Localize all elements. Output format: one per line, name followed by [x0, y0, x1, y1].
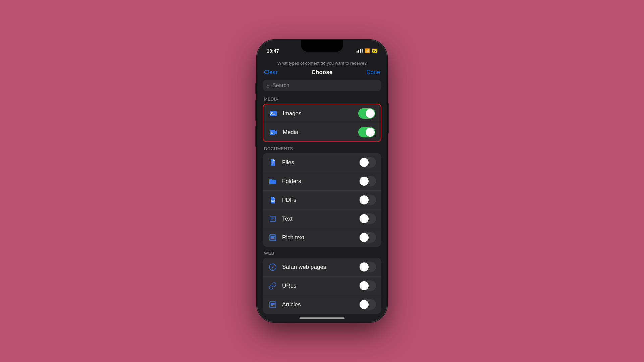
signal-icon — [357, 49, 363, 53]
pdfs-label: PDFs — [282, 197, 354, 203]
wifi-icon: 📶 — [365, 48, 370, 53]
files-icon — [268, 158, 277, 167]
articles-icon — [268, 300, 277, 309]
svg-rect-24 — [271, 305, 273, 306]
articles-toggle[interactable] — [359, 299, 376, 310]
status-bar: 13:47 📶 60 — [257, 40, 387, 57]
web-items-list: Safari web pages — [263, 258, 381, 314]
images-label: Images — [283, 110, 354, 117]
documents-items-list: Files Fold — [263, 153, 381, 247]
phone-frame: 13:47 📶 60 What types of content do you … — [257, 40, 387, 322]
files-item[interactable]: Files — [263, 153, 381, 172]
home-indicator — [300, 317, 344, 319]
richtext-item[interactable]: Rich text — [263, 228, 381, 247]
svg-text:PDF: PDF — [271, 200, 275, 202]
svg-rect-15 — [271, 236, 275, 237]
text-toggle[interactable] — [359, 214, 376, 224]
pdfs-icon: PDF — [268, 195, 277, 205]
articles-label: Articles — [282, 301, 354, 308]
svg-rect-2 — [270, 130, 275, 135]
articles-item[interactable]: Articles — [263, 295, 381, 314]
pdfs-toggle[interactable] — [359, 195, 376, 205]
safari-label: Safari web pages — [282, 264, 354, 270]
search-placeholder: Search — [272, 82, 289, 88]
urls-toggle[interactable] — [359, 281, 376, 291]
web-section-label: WEB — [257, 251, 387, 258]
media-toggle[interactable] — [358, 127, 375, 137]
media-items-list: Images — [263, 104, 381, 142]
svg-rect-22 — [271, 303, 275, 304]
safari-icon — [268, 262, 277, 272]
search-bar[interactable]: ⌕ Search — [263, 80, 381, 91]
power-button — [387, 103, 389, 133]
richtext-label: Rich text — [282, 234, 354, 241]
svg-rect-10 — [271, 218, 274, 218]
subtitle-text: What types of content do you want to rec… — [257, 57, 387, 66]
svg-rect-6 — [272, 163, 274, 163]
svg-rect-4 — [271, 133, 273, 134]
phone-shell: 13:47 📶 60 What types of content do you … — [257, 40, 387, 322]
files-toggle[interactable] — [359, 157, 376, 168]
status-icons: 📶 60 — [357, 48, 377, 53]
status-time: 13:47 — [267, 48, 279, 54]
done-button[interactable]: Done — [366, 69, 380, 76]
svg-rect-16 — [271, 237, 274, 238]
search-icon: ⌕ — [267, 83, 270, 88]
svg-rect-12 — [271, 220, 273, 220]
media-section: MEDIA Images — [257, 97, 387, 142]
battery-indicator: 60 — [372, 49, 377, 53]
clear-button[interactable]: Clear — [264, 69, 278, 76]
media-item[interactable]: Media — [263, 123, 381, 141]
svg-rect-7 — [272, 164, 273, 164]
media-label: Media — [283, 129, 354, 136]
documents-section-label: DOCUMENTS — [257, 146, 387, 153]
svg-rect-17 — [271, 238, 274, 239]
urls-icon — [268, 281, 277, 291]
richtext-toggle[interactable] — [359, 232, 376, 243]
header: Clear Choose Done — [257, 66, 387, 80]
media-section-label: MEDIA — [257, 97, 387, 104]
folders-toggle[interactable] — [359, 176, 376, 186]
images-item[interactable]: Images — [263, 104, 381, 123]
folders-item[interactable]: Folders — [263, 172, 381, 191]
text-icon — [268, 214, 277, 224]
urls-item[interactable]: URLs — [263, 277, 381, 295]
phone-content: 13:47 📶 60 What types of content do you … — [257, 40, 387, 322]
svg-rect-23 — [271, 304, 275, 305]
richtext-icon — [268, 233, 277, 242]
files-label: Files — [282, 159, 354, 166]
urls-label: URLs — [282, 283, 354, 289]
images-toggle[interactable] — [358, 108, 375, 119]
text-label: Text — [282, 216, 354, 222]
safari-toggle[interactable] — [359, 262, 376, 272]
media-icon — [269, 128, 278, 137]
safari-item[interactable]: Safari web pages — [263, 258, 381, 277]
folders-icon — [268, 177, 277, 186]
notch — [301, 40, 343, 52]
images-icon — [269, 109, 278, 118]
pdfs-item[interactable]: PDF PDFs — [263, 191, 381, 209]
header-title: Choose — [312, 69, 332, 76]
svg-rect-11 — [271, 219, 274, 219]
screen-area: What types of content do you want to rec… — [257, 57, 387, 322]
documents-section: DOCUMENTS — [257, 146, 387, 247]
text-item[interactable]: Text — [263, 209, 381, 228]
svg-point-3 — [271, 131, 272, 132]
svg-rect-5 — [272, 162, 274, 162]
folders-label: Folders — [282, 178, 354, 185]
web-section: WEB — [257, 251, 387, 314]
